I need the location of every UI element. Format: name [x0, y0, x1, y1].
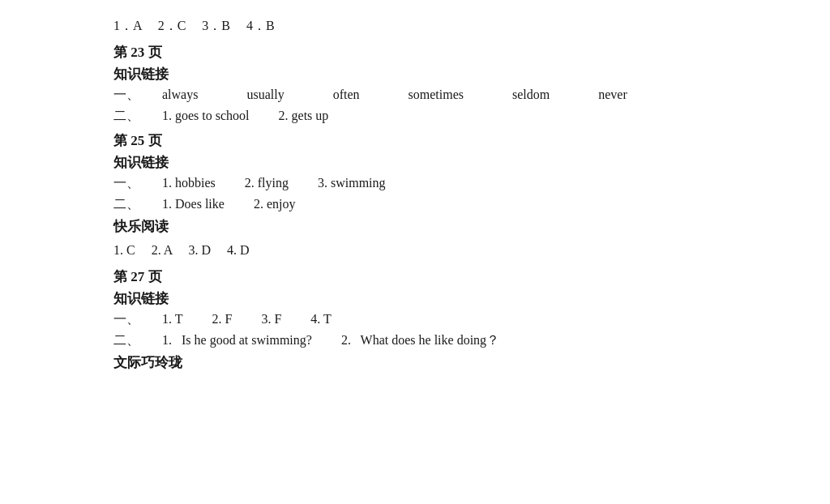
row-prefix-4: 二、 — [113, 196, 139, 213]
tf-list: 1. T 2. F 3. F 4. T — [162, 312, 332, 327]
hobby-1: 1. hobbies — [162, 176, 216, 190]
row-prefix-1: 一、 — [113, 87, 139, 104]
question-2: 2. What does he like doing？ — [341, 332, 499, 349]
answer-row-2: 1. C 2. A 3. D 4. D — [113, 239, 717, 261]
section-zhishi-1: 知识链接 — [113, 65, 717, 83]
row-prefix-6: 二、 — [113, 332, 139, 349]
answers-text-1: 1．A 2．C 3．B 4．B — [113, 15, 275, 36]
verb-phrase-2: 2. gets up — [279, 109, 329, 123]
page-23: 第 23 页 — [113, 43, 717, 62]
row-questions: 二、 1. Is he good at swimming? 2. What do… — [113, 332, 717, 349]
word-always: always — [162, 88, 198, 102]
word-often: often — [333, 88, 360, 102]
questions-list: 1. Is he good at swimming? 2. What does … — [162, 332, 499, 349]
section-zhishi-3: 知识链接 — [113, 289, 717, 308]
frequency-words-list: always usually often sometimes seldom ne… — [162, 88, 627, 102]
row-tf: 一、 1. T 2. F 3. F 4. T — [113, 311, 717, 328]
row-prefix-2: 二、 — [113, 108, 139, 125]
tf-4: 4. T — [310, 312, 331, 327]
verb-phrases-2: 1. Does like 2. enjoy — [162, 197, 295, 211]
word-usually: usually — [246, 88, 284, 102]
tf-1: 1. T — [162, 312, 182, 327]
word-seldom: seldom — [512, 88, 550, 102]
question-1: 1. Is he good at swimming? — [162, 333, 312, 348]
section-wenjiao: 文际巧玲珑 — [113, 353, 717, 372]
page-25: 第 25 页 — [113, 131, 717, 150]
row-frequency-words: 一、 always usually often sometimes seldom… — [113, 87, 717, 104]
verb-phrase-1: 1. goes to school — [162, 109, 250, 123]
hobby-3: 3. swimming — [318, 176, 386, 190]
page-content: 1．A 2．C 3．B 4．B 第 23 页 知识链接 一、 always us… — [113, 15, 717, 372]
hobbies-list: 1. hobbies 2. flying 3. swimming — [162, 176, 386, 190]
word-never: never — [598, 88, 627, 102]
word-sometimes: sometimes — [409, 88, 464, 102]
row-verbs-1: 二、 1. goes to school 2. gets up — [113, 108, 717, 125]
tf-2: 2. F — [212, 312, 232, 327]
tf-3: 3. F — [261, 312, 281, 327]
verb-does-like: 1. Does like — [162, 197, 225, 211]
answers-text-2: 1. C 2. A 3. D 4. D — [113, 239, 250, 261]
answer-row-1: 1．A 2．C 3．B 4．B — [113, 15, 717, 36]
row-prefix-5: 一、 — [113, 311, 139, 328]
row-prefix-3: 一、 — [113, 175, 139, 192]
row-verbs-2: 二、 1. Does like 2. enjoy — [113, 196, 717, 213]
verb-enjoy: 2. enjoy — [254, 197, 296, 211]
page-27: 第 27 页 — [113, 267, 717, 286]
row-hobbies: 一、 1. hobbies 2. flying 3. swimming — [113, 175, 717, 192]
section-kuaile: 快乐阅读 — [113, 217, 717, 236]
verb-phrases-1: 1. goes to school 2. gets up — [162, 109, 328, 123]
hobby-2: 2. flying — [245, 176, 289, 190]
section-zhishi-2: 知识链接 — [113, 153, 717, 172]
